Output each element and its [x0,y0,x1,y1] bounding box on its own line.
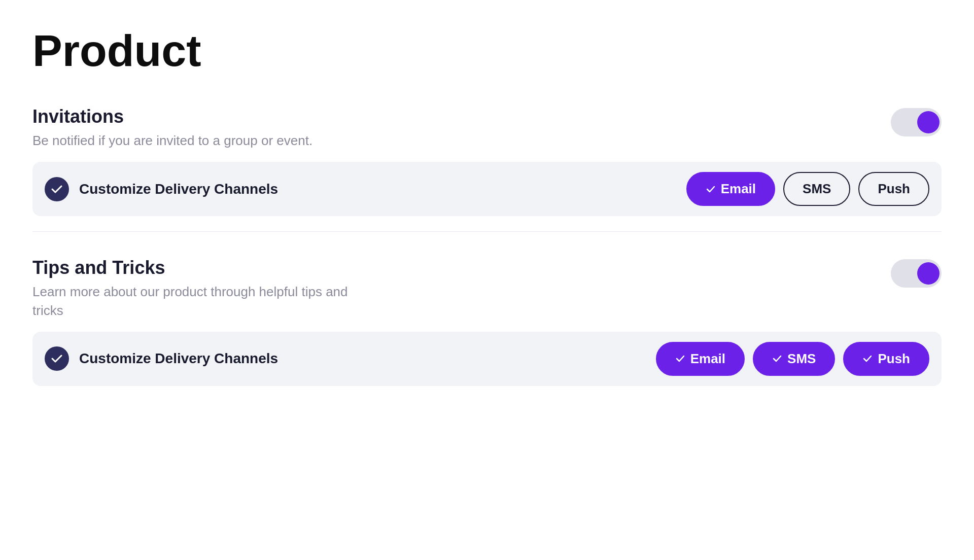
channel-btn-push[interactable]: Push [858,172,929,206]
toggle-thumb-tips-and-tricks [917,262,940,285]
toggle-track-invitations[interactable] [891,108,942,136]
check-icon [706,184,716,194]
channel-label-email: Email [690,351,725,367]
checkbox-check-icon [50,352,63,365]
section-divider [32,231,942,232]
page-title: Product [32,26,942,76]
delivery-checkbox-invitations[interactable] [45,177,69,201]
section-description-invitations: Be notified if you are invited to a grou… [32,131,362,150]
channel-btn-push[interactable]: Push [843,342,929,376]
delivery-row-tips-and-tricks: Customize Delivery Channels Email SMS [32,332,942,386]
toggle-thumb-invitations [917,111,940,133]
toggle-tips-and-tricks[interactable] [891,259,942,288]
section-title-tips-and-tricks: Tips and Tricks [32,257,891,278]
delivery-label-tips-and-tricks: Customize Delivery Channels [79,351,646,367]
check-icon [675,354,685,364]
check-icon [772,354,782,364]
section-header-invitations: Invitations Be notified if you are invit… [32,106,942,150]
channel-btn-email[interactable]: Email [656,342,745,376]
channel-label-push: Push [878,181,910,197]
channel-label-sms: SMS [803,181,831,197]
channel-btn-email[interactable]: Email [686,172,775,206]
toggle-invitations[interactable] [891,108,942,136]
section-invitations: Invitations Be notified if you are invit… [32,106,942,216]
channel-btn-sms[interactable]: SMS [753,342,835,376]
channel-label-sms: SMS [787,351,816,367]
section-header-tips-and-tricks: Tips and Tricks Learn more about our pro… [32,257,942,320]
check-icon [862,354,873,364]
section-title-invitations: Invitations [32,106,891,127]
section-text-invitations: Invitations Be notified if you are invit… [32,106,891,150]
toggle-track-tips-and-tricks[interactable] [891,259,942,288]
section-text-tips-and-tricks: Tips and Tricks Learn more about our pro… [32,257,891,320]
checkbox-check-icon [50,183,63,196]
section-tips-and-tricks: Tips and Tricks Learn more about our pro… [32,257,942,386]
section-description-tips-and-tricks: Learn more about our product through hel… [32,283,362,320]
delivery-label-invitations: Customize Delivery Channels [79,181,676,197]
channel-label-email: Email [721,181,756,197]
delivery-row-invitations: Customize Delivery Channels Email SMS Pu… [32,162,942,216]
channel-buttons-invitations: Email SMS Push [686,172,929,206]
delivery-checkbox-tips-and-tricks[interactable] [45,346,69,371]
channel-label-push: Push [878,351,910,367]
channel-btn-sms[interactable]: SMS [783,172,850,206]
channel-buttons-tips-and-tricks: Email SMS Push [656,342,929,376]
